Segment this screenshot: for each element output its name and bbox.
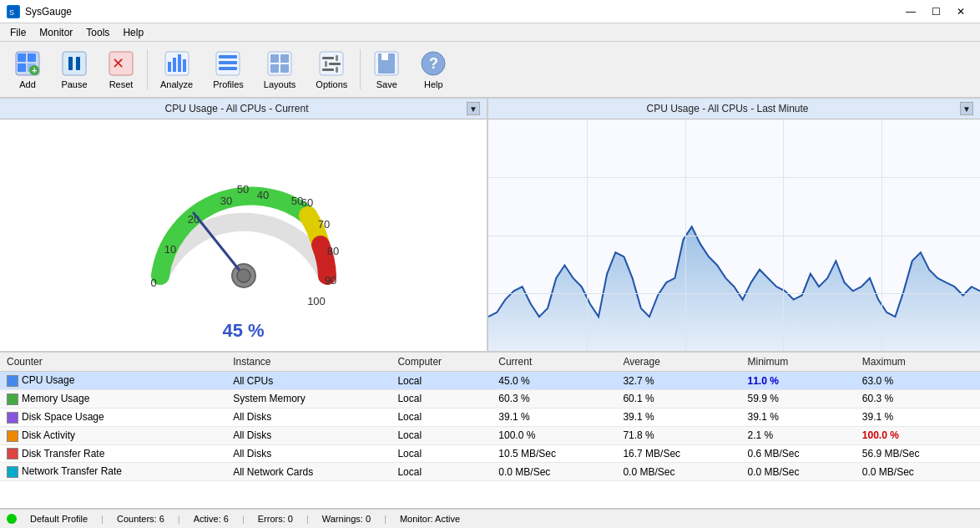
cell-current: 100.0 %: [492, 426, 616, 444]
help-button[interactable]: ? Help: [411, 46, 456, 93]
svg-rect-17: [178, 54, 181, 72]
cell-minimum: 2.1 %: [740, 426, 855, 444]
svg-text:10: 10: [164, 243, 175, 256]
app-title: SysGauge: [25, 6, 72, 18]
toolbar-sep-2: [360, 49, 361, 89]
gauge-svg: 0 10 20 30 40 50 50 60 70 80 90 100: [110, 129, 377, 313]
svg-text:100: 100: [307, 295, 326, 307]
profiles-icon: [215, 50, 241, 77]
add-button[interactable]: + Add: [5, 46, 50, 93]
app-icon: S: [7, 5, 20, 18]
svg-rect-18: [183, 59, 186, 72]
menu-tools[interactable]: Tools: [79, 25, 116, 40]
table-header-row: Counter Instance Computer Current Averag…: [0, 353, 980, 372]
cell-computer: Local: [391, 444, 492, 463]
table-body: CPU Usage All CPUs Local 45.0 % 32.7 % 1…: [0, 372, 980, 481]
title-bar-left: S SysGauge: [7, 5, 72, 18]
cell-minimum: 39.1 %: [740, 408, 855, 426]
svg-rect-26: [270, 64, 279, 73]
cell-current: 0.0 MB/Sec: [492, 463, 616, 481]
profiles-button[interactable]: Profiles: [204, 46, 253, 93]
cell-current: 10.5 MB/Sec: [492, 444, 616, 463]
cell-maximum: 60.3 %: [856, 390, 980, 409]
pause-icon: [61, 50, 88, 77]
status-bar: Default Profile | Counters: 6 | Active: …: [0, 508, 980, 528]
svg-rect-30: [336, 55, 338, 61]
cell-average: 16.7 MB/Sec: [616, 444, 740, 463]
grid-v-1: [587, 119, 588, 351]
cell-current: 60.3 %: [492, 390, 616, 409]
status-errors: Errors: 0: [258, 514, 293, 524]
menu-help[interactable]: Help: [116, 25, 150, 40]
status-sep-3: |: [242, 514, 245, 524]
svg-rect-21: [219, 61, 237, 64]
gauge-panel: CPU Usage - All CPUs - Current ▼ 0: [0, 99, 488, 351]
gauge-panel-title: CPU Usage - All CPUs - Current: [7, 103, 467, 114]
status-monitor: Monitor: Active: [400, 514, 460, 524]
analyze-button[interactable]: Analyze: [151, 46, 202, 93]
cell-average: 0.0 MB/Sec: [616, 463, 740, 481]
cell-maximum: 56.9 MB/Sec: [856, 444, 980, 463]
title-bar: S SysGauge — ☐ ✕: [0, 0, 980, 23]
table-row[interactable]: CPU Usage All CPUs Local 45.0 % 32.7 % 1…: [0, 372, 980, 390]
cell-average: 71.8 %: [616, 426, 740, 444]
svg-rect-4: [28, 53, 36, 62]
table-row[interactable]: Disk Transfer Rate All Disks Local 10.5 …: [0, 444, 980, 463]
minimize-button[interactable]: —: [898, 3, 923, 20]
svg-rect-37: [381, 53, 388, 60]
cell-counter: CPU Usage: [0, 372, 226, 390]
menu-bar: File Monitor Tools Help: [0, 23, 980, 42]
svg-text:80: 80: [326, 245, 338, 257]
svg-text:30: 30: [220, 195, 231, 207]
cell-instance: System Memory: [226, 390, 391, 409]
save-label: Save: [376, 79, 397, 89]
table-row[interactable]: Memory Usage System Memory Local 60.3 % …: [0, 390, 980, 409]
svg-rect-20: [219, 55, 237, 58]
cell-computer: Local: [391, 408, 492, 426]
help-label: Help: [424, 79, 443, 89]
gauge-value: 45 %: [222, 320, 264, 342]
cell-counter: Disk Space Usage: [0, 408, 226, 426]
cell-maximum: 0.0 MB/Sec: [856, 463, 980, 481]
svg-rect-16: [173, 58, 176, 72]
status-sep-1: |: [101, 514, 104, 524]
status-sep-2: |: [178, 514, 180, 524]
reset-button[interactable]: ✕ Reset: [99, 46, 144, 93]
th-average: Average: [616, 353, 740, 372]
gauge-dropdown-button[interactable]: ▼: [467, 102, 480, 115]
pause-button[interactable]: Pause: [52, 46, 97, 93]
grid-v-4: [881, 119, 882, 351]
options-label: Options: [316, 79, 347, 89]
analyze-label: Analyze: [160, 79, 193, 89]
toolbar: + Add Pause ✕ Reset Analyze Profiles La: [0, 42, 980, 99]
cell-minimum: 0.0 MB/Sec: [740, 463, 855, 481]
status-indicator: [7, 514, 17, 524]
layouts-icon: [266, 50, 293, 77]
th-maximum: Maximum: [856, 353, 980, 372]
th-computer: Computer: [391, 353, 492, 372]
analyze-icon: [164, 50, 190, 77]
chart-area: CPU Usage - All CPUs - Current ▼ 0: [0, 99, 980, 353]
svg-text:S: S: [9, 8, 14, 17]
layouts-button[interactable]: Layouts: [255, 46, 306, 93]
menu-file[interactable]: File: [3, 25, 33, 40]
svg-rect-32: [325, 61, 327, 67]
svg-text:+: +: [32, 65, 37, 75]
table-row[interactable]: Network Transfer Rate All Network Cards …: [0, 463, 980, 481]
svg-rect-29: [322, 57, 334, 59]
close-button[interactable]: ✕: [948, 3, 973, 20]
options-button[interactable]: Options: [306, 46, 356, 93]
table-row[interactable]: Disk Space Usage All Disks Local 39.1 % …: [0, 408, 980, 426]
linechart-content: [488, 119, 980, 351]
status-warnings: Warnings: 0: [322, 514, 371, 524]
menu-monitor[interactable]: Monitor: [33, 25, 79, 40]
help-icon: ?: [420, 50, 447, 77]
save-button[interactable]: Save: [364, 46, 409, 93]
maximize-button[interactable]: ☐: [923, 3, 948, 20]
table-row[interactable]: Disk Activity All Disks Local 100.0 % 71…: [0, 426, 980, 444]
linechart-dropdown-button[interactable]: ▼: [960, 102, 973, 115]
status-profile: Default Profile: [30, 514, 88, 524]
cell-computer: Local: [391, 390, 492, 409]
cell-computer: Local: [391, 463, 492, 481]
cell-counter: Network Transfer Rate: [0, 463, 226, 481]
